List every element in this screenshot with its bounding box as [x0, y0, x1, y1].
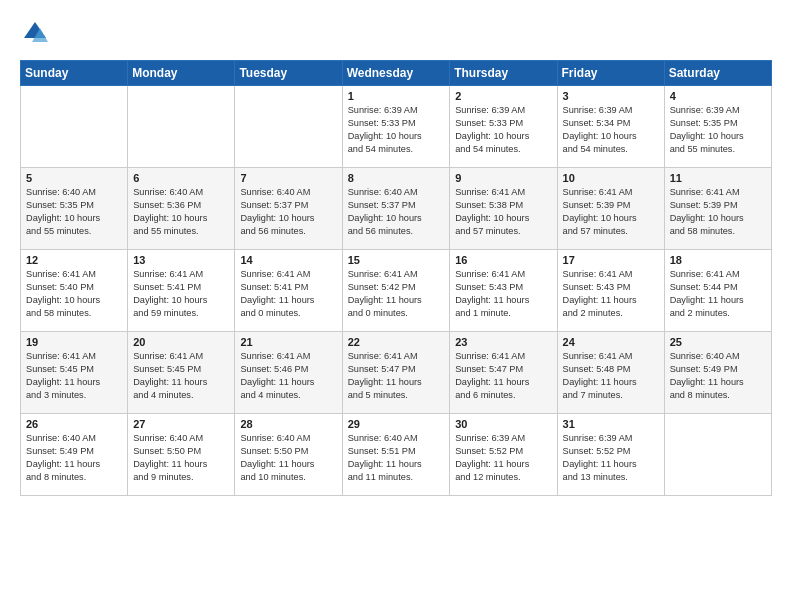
day-number: 17 — [563, 254, 659, 266]
calendar-cell: 20Sunrise: 6:41 AM Sunset: 5:45 PM Dayli… — [128, 332, 235, 414]
calendar-cell: 26Sunrise: 6:40 AM Sunset: 5:49 PM Dayli… — [21, 414, 128, 496]
day-number: 9 — [455, 172, 551, 184]
day-info: Sunrise: 6:39 AM Sunset: 5:33 PM Dayligh… — [455, 104, 551, 156]
logo — [20, 18, 54, 48]
logo-icon — [20, 18, 50, 48]
day-number: 2 — [455, 90, 551, 102]
day-number: 18 — [670, 254, 766, 266]
calendar-week-5: 26Sunrise: 6:40 AM Sunset: 5:49 PM Dayli… — [21, 414, 772, 496]
day-number: 16 — [455, 254, 551, 266]
calendar-cell: 9Sunrise: 6:41 AM Sunset: 5:38 PM Daylig… — [450, 168, 557, 250]
calendar-cell: 30Sunrise: 6:39 AM Sunset: 5:52 PM Dayli… — [450, 414, 557, 496]
day-info: Sunrise: 6:41 AM Sunset: 5:46 PM Dayligh… — [240, 350, 336, 402]
calendar-week-3: 12Sunrise: 6:41 AM Sunset: 5:40 PM Dayli… — [21, 250, 772, 332]
weekday-header-wednesday: Wednesday — [342, 61, 450, 86]
header — [20, 18, 772, 48]
calendar-cell: 5Sunrise: 6:40 AM Sunset: 5:35 PM Daylig… — [21, 168, 128, 250]
day-number: 12 — [26, 254, 122, 266]
calendar-cell: 25Sunrise: 6:40 AM Sunset: 5:49 PM Dayli… — [664, 332, 771, 414]
day-number: 3 — [563, 90, 659, 102]
calendar-cell: 31Sunrise: 6:39 AM Sunset: 5:52 PM Dayli… — [557, 414, 664, 496]
weekday-header-saturday: Saturday — [664, 61, 771, 86]
day-number: 28 — [240, 418, 336, 430]
day-number: 6 — [133, 172, 229, 184]
calendar-cell — [664, 414, 771, 496]
day-info: Sunrise: 6:41 AM Sunset: 5:48 PM Dayligh… — [563, 350, 659, 402]
calendar-cell: 8Sunrise: 6:40 AM Sunset: 5:37 PM Daylig… — [342, 168, 450, 250]
day-number: 4 — [670, 90, 766, 102]
day-info: Sunrise: 6:41 AM Sunset: 5:39 PM Dayligh… — [670, 186, 766, 238]
day-info: Sunrise: 6:39 AM Sunset: 5:33 PM Dayligh… — [348, 104, 445, 156]
weekday-header-friday: Friday — [557, 61, 664, 86]
calendar-cell: 11Sunrise: 6:41 AM Sunset: 5:39 PM Dayli… — [664, 168, 771, 250]
day-number: 27 — [133, 418, 229, 430]
calendar-cell — [235, 86, 342, 168]
calendar-cell: 17Sunrise: 6:41 AM Sunset: 5:43 PM Dayli… — [557, 250, 664, 332]
day-info: Sunrise: 6:39 AM Sunset: 5:34 PM Dayligh… — [563, 104, 659, 156]
page: SundayMondayTuesdayWednesdayThursdayFrid… — [0, 0, 792, 506]
day-number: 11 — [670, 172, 766, 184]
weekday-header-monday: Monday — [128, 61, 235, 86]
calendar-cell: 13Sunrise: 6:41 AM Sunset: 5:41 PM Dayli… — [128, 250, 235, 332]
day-number: 26 — [26, 418, 122, 430]
day-info: Sunrise: 6:41 AM Sunset: 5:44 PM Dayligh… — [670, 268, 766, 320]
day-number: 5 — [26, 172, 122, 184]
calendar-cell: 16Sunrise: 6:41 AM Sunset: 5:43 PM Dayli… — [450, 250, 557, 332]
day-info: Sunrise: 6:41 AM Sunset: 5:45 PM Dayligh… — [133, 350, 229, 402]
day-info: Sunrise: 6:40 AM Sunset: 5:50 PM Dayligh… — [240, 432, 336, 484]
calendar-cell: 3Sunrise: 6:39 AM Sunset: 5:34 PM Daylig… — [557, 86, 664, 168]
weekday-header-sunday: Sunday — [21, 61, 128, 86]
day-info: Sunrise: 6:41 AM Sunset: 5:43 PM Dayligh… — [563, 268, 659, 320]
day-number: 29 — [348, 418, 445, 430]
day-number: 24 — [563, 336, 659, 348]
calendar-cell: 19Sunrise: 6:41 AM Sunset: 5:45 PM Dayli… — [21, 332, 128, 414]
day-info: Sunrise: 6:41 AM Sunset: 5:47 PM Dayligh… — [348, 350, 445, 402]
day-number: 23 — [455, 336, 551, 348]
weekday-header-thursday: Thursday — [450, 61, 557, 86]
day-info: Sunrise: 6:41 AM Sunset: 5:41 PM Dayligh… — [240, 268, 336, 320]
day-info: Sunrise: 6:41 AM Sunset: 5:39 PM Dayligh… — [563, 186, 659, 238]
calendar-cell: 2Sunrise: 6:39 AM Sunset: 5:33 PM Daylig… — [450, 86, 557, 168]
day-number: 14 — [240, 254, 336, 266]
calendar-cell: 12Sunrise: 6:41 AM Sunset: 5:40 PM Dayli… — [21, 250, 128, 332]
weekday-header-row: SundayMondayTuesdayWednesdayThursdayFrid… — [21, 61, 772, 86]
weekday-header-tuesday: Tuesday — [235, 61, 342, 86]
calendar-cell: 6Sunrise: 6:40 AM Sunset: 5:36 PM Daylig… — [128, 168, 235, 250]
calendar-table: SundayMondayTuesdayWednesdayThursdayFrid… — [20, 60, 772, 496]
calendar-week-1: 1Sunrise: 6:39 AM Sunset: 5:33 PM Daylig… — [21, 86, 772, 168]
day-number: 21 — [240, 336, 336, 348]
day-number: 30 — [455, 418, 551, 430]
day-number: 20 — [133, 336, 229, 348]
day-number: 13 — [133, 254, 229, 266]
calendar-cell — [128, 86, 235, 168]
calendar-cell — [21, 86, 128, 168]
day-number: 8 — [348, 172, 445, 184]
day-info: Sunrise: 6:39 AM Sunset: 5:35 PM Dayligh… — [670, 104, 766, 156]
calendar-cell: 4Sunrise: 6:39 AM Sunset: 5:35 PM Daylig… — [664, 86, 771, 168]
calendar-cell: 24Sunrise: 6:41 AM Sunset: 5:48 PM Dayli… — [557, 332, 664, 414]
day-number: 7 — [240, 172, 336, 184]
calendar-cell: 28Sunrise: 6:40 AM Sunset: 5:50 PM Dayli… — [235, 414, 342, 496]
calendar-cell: 18Sunrise: 6:41 AM Sunset: 5:44 PM Dayli… — [664, 250, 771, 332]
day-info: Sunrise: 6:40 AM Sunset: 5:35 PM Dayligh… — [26, 186, 122, 238]
day-info: Sunrise: 6:41 AM Sunset: 5:47 PM Dayligh… — [455, 350, 551, 402]
day-number: 15 — [348, 254, 445, 266]
day-info: Sunrise: 6:40 AM Sunset: 5:49 PM Dayligh… — [670, 350, 766, 402]
day-info: Sunrise: 6:41 AM Sunset: 5:43 PM Dayligh… — [455, 268, 551, 320]
day-info: Sunrise: 6:40 AM Sunset: 5:37 PM Dayligh… — [240, 186, 336, 238]
day-number: 1 — [348, 90, 445, 102]
day-info: Sunrise: 6:39 AM Sunset: 5:52 PM Dayligh… — [563, 432, 659, 484]
day-info: Sunrise: 6:40 AM Sunset: 5:49 PM Dayligh… — [26, 432, 122, 484]
calendar-cell: 21Sunrise: 6:41 AM Sunset: 5:46 PM Dayli… — [235, 332, 342, 414]
calendar-cell: 7Sunrise: 6:40 AM Sunset: 5:37 PM Daylig… — [235, 168, 342, 250]
day-info: Sunrise: 6:40 AM Sunset: 5:50 PM Dayligh… — [133, 432, 229, 484]
day-info: Sunrise: 6:41 AM Sunset: 5:42 PM Dayligh… — [348, 268, 445, 320]
calendar-week-2: 5Sunrise: 6:40 AM Sunset: 5:35 PM Daylig… — [21, 168, 772, 250]
day-info: Sunrise: 6:40 AM Sunset: 5:36 PM Dayligh… — [133, 186, 229, 238]
calendar-cell: 15Sunrise: 6:41 AM Sunset: 5:42 PM Dayli… — [342, 250, 450, 332]
day-number: 22 — [348, 336, 445, 348]
calendar-cell: 22Sunrise: 6:41 AM Sunset: 5:47 PM Dayli… — [342, 332, 450, 414]
day-info: Sunrise: 6:41 AM Sunset: 5:41 PM Dayligh… — [133, 268, 229, 320]
day-number: 25 — [670, 336, 766, 348]
day-number: 31 — [563, 418, 659, 430]
